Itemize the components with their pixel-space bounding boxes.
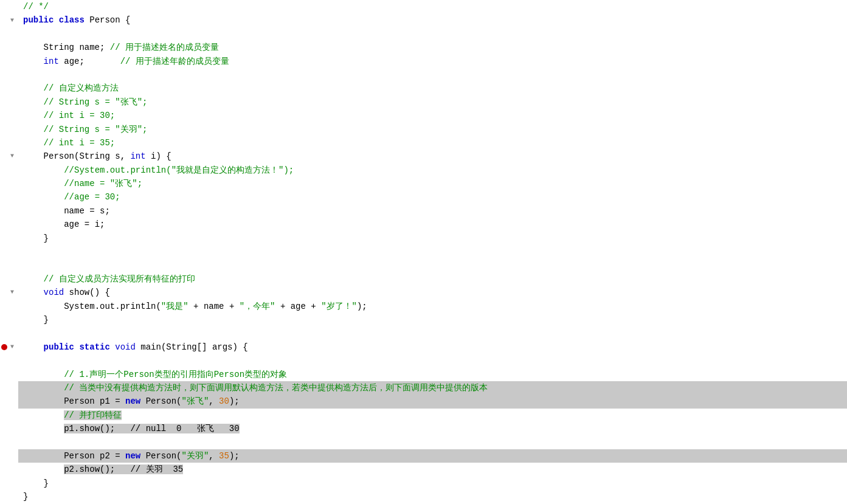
code-editor: // */ ▼ public class Person { String nam… (0, 0, 847, 504)
gutter-23 (0, 300, 18, 313)
line-content-12: Person(String s, int i) { (18, 150, 847, 163)
line-content-27 (18, 354, 847, 367)
gutter-16 (0, 204, 18, 218)
line-22: ▼ void show() { (0, 286, 847, 299)
line-content-26: public static void main(String[] args) { (18, 340, 847, 354)
line-33 (0, 436, 847, 449)
gutter-21 (0, 272, 18, 286)
line-1: // */ (0, 0, 847, 13)
line-3 (0, 27, 847, 41)
line-11: // int i = 35; (0, 136, 847, 150)
gutter-19 (0, 245, 18, 258)
line-content-17: age = i; (18, 218, 847, 231)
gutter-28 (0, 368, 18, 381)
gutter-9 (0, 109, 18, 122)
gutter-10 (0, 123, 18, 136)
gutter-8 (0, 95, 18, 109)
line-content-35: p2.show(); // 关羽 35 (18, 463, 847, 476)
gutter-22: ▼ (0, 286, 18, 299)
gutter-35 (0, 463, 18, 476)
line-7: // 自定义构造方法 (0, 81, 847, 95)
line-content-32: p1.show(); // null 0 张飞 30 (18, 422, 847, 435)
line-content-9: // int i = 30; (18, 109, 847, 122)
gutter-13 (0, 164, 18, 177)
line-content-15: //age = 30; (18, 190, 847, 204)
line-content-13: //System.out.println("我就是自定义的构造方法！"); (18, 164, 847, 177)
line-content-37: } (18, 490, 847, 503)
gutter-15 (0, 190, 18, 204)
gutter-4 (0, 41, 18, 54)
line-content-33 (18, 436, 847, 449)
fold-icon-12[interactable]: ▼ (9, 153, 16, 160)
line-content-11: // int i = 35; (18, 136, 847, 150)
fold-icon-2[interactable]: ▼ (9, 17, 16, 24)
line-6 (0, 68, 847, 81)
gutter-24 (0, 313, 18, 326)
gutter-37 (0, 490, 18, 503)
line-28: // 1.声明一个Person类型的引用指向Person类型的对象 (0, 368, 847, 381)
gutter-20 (0, 258, 18, 272)
line-content-25 (18, 326, 847, 340)
line-content-14: //name = "张飞"; (18, 177, 847, 190)
line-content-10: // String s = "关羽"; (18, 123, 847, 136)
gutter-29 (0, 381, 18, 395)
gutter-12: ▼ (0, 150, 18, 163)
code-area: // */ ▼ public class Person { String nam… (0, 0, 847, 503)
line-4: String name; // 用于描述姓名的成员变量 (0, 41, 847, 54)
gutter-5 (0, 55, 18, 68)
line-content-29: // 当类中没有提供构造方法时，则下面调用默认构造方法，若类中提供构造方法后，则… (18, 381, 847, 395)
line-5: int age; // 用于描述年龄的成员变量 (0, 55, 847, 68)
line-20 (0, 258, 847, 272)
line-2: ▼ public class Person { (0, 13, 847, 27)
line-29: // 当类中没有提供构造方法时，则下面调用默认构造方法，若类中提供构造方法后，则… (0, 381, 847, 395)
gutter-11 (0, 136, 18, 150)
line-content-20 (18, 258, 847, 272)
line-31: // 并打印特征 (0, 409, 847, 422)
line-content-28: // 1.声明一个Person类型的引用指向Person类型的对象 (18, 368, 847, 381)
line-21: // 自定义成员方法实现所有特征的打印 (0, 272, 847, 286)
gutter-6 (0, 68, 18, 81)
line-content-31: // 并打印特征 (18, 409, 847, 422)
gutter-26: ▼ (0, 340, 18, 354)
line-32: p1.show(); // null 0 张飞 30 (0, 422, 847, 435)
gutter-30 (0, 395, 18, 408)
line-content-7: // 自定义构造方法 (18, 81, 847, 95)
keyword-public: public (23, 15, 54, 25)
keyword-class: class (59, 15, 85, 25)
line-19 (0, 245, 847, 258)
line-content-23: System.out.println("我是" + name + "，今年" +… (18, 300, 847, 313)
line-10: // String s = "关羽"; (0, 123, 847, 136)
line-content-8: // String s = "张飞"; (18, 95, 847, 109)
gutter-1 (0, 0, 18, 13)
line-25 (0, 326, 847, 340)
line-content-4: String name; // 用于描述姓名的成员变量 (18, 41, 847, 54)
fold-icon-26[interactable]: ▼ (9, 343, 16, 351)
line-content-16: name = s; (18, 204, 847, 218)
fold-icon-22[interactable]: ▼ (9, 289, 16, 296)
line-content-3 (18, 27, 847, 41)
line-content-5: int age; // 用于描述年龄的成员变量 (18, 55, 847, 68)
line-30: Person p1 = new Person("张飞", 30); (0, 395, 847, 408)
line-14: //name = "张飞"; (0, 177, 847, 190)
gutter-25 (0, 326, 18, 340)
gutter-17 (0, 218, 18, 231)
gutter-14 (0, 177, 18, 190)
gutter-18 (0, 232, 18, 245)
line-15: //age = 30; (0, 190, 847, 204)
line-27 (0, 354, 847, 367)
line-26: ▼ public static void main(String[] args)… (0, 340, 847, 354)
breakpoint-26[interactable] (1, 344, 7, 350)
line-content-19 (18, 245, 847, 258)
gutter-33 (0, 436, 18, 449)
gutter-36 (0, 477, 18, 490)
line-34: Person p2 = new Person("关羽", 35); (0, 449, 847, 463)
line-content-36: } (18, 477, 847, 490)
line-17: age = i; (0, 218, 847, 231)
line-16: name = s; (0, 204, 847, 218)
gutter-27 (0, 354, 18, 367)
line-content-24: } (18, 313, 847, 326)
comment-text: // */ (23, 2, 49, 12)
line-35: p2.show(); // 关羽 35 (0, 463, 847, 476)
line-36: } (0, 477, 847, 490)
gutter-3 (0, 27, 18, 41)
